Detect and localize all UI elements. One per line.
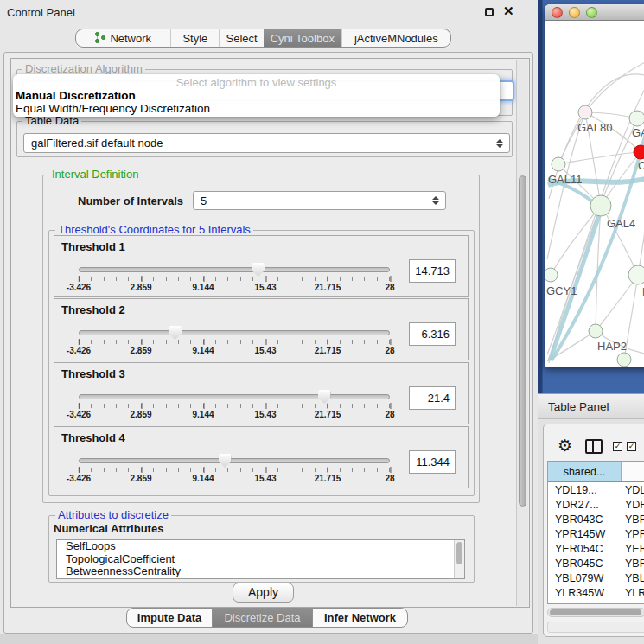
panel-scrollbar[interactable] [516,60,528,606]
table-row[interactable]: YBL079WYBL0 [548,571,644,585]
tab-cyni-toolbox[interactable]: Cyni Toolbox [264,29,341,47]
network-edge[interactable] [585,61,644,112]
attribute-list-item[interactable]: BetweennessCentrality [57,565,464,578]
cell-name[interactable]: YBR0 [622,513,644,526]
network-node-H[interactable] [628,265,644,284]
algorithm-popup-item-equal-width[interactable]: Equal Width/Frequency Discretization [13,102,500,115]
tab-impute-data[interactable]: Impute Data [127,609,212,627]
cell-shared-name[interactable]: YBR045C [548,558,622,570]
network-node-GAL4[interactable] [590,195,611,216]
cell-shared-name[interactable]: YER054C [548,543,622,555]
column-header-shared[interactable]: shared... [548,462,622,481]
table-panel-bar[interactable]: Table Panel [538,393,644,419]
threshold-slider[interactable] [79,392,390,401]
table-row[interactable]: YDR27...YDR2 [548,497,644,512]
cell-name[interactable]: YPR1 [622,528,644,540]
panel-scrollbar-thumb[interactable] [519,175,526,507]
slider-thumb[interactable] [318,390,331,404]
network-edge[interactable] [638,203,644,275]
attribute-list-item[interactable]: SelfLoops [57,540,464,553]
cell-shared-name[interactable]: YBR043C [548,513,622,526]
table-row[interactable]: YPR145WYPR1 [548,526,644,541]
tab-jactivemnodules[interactable]: jActiveMNodules [341,29,450,47]
network-node-HAP2[interactable] [589,324,603,338]
close-icon[interactable]: ✕ [503,3,514,19]
network-node-GAL80[interactable] [578,105,592,119]
split-columns-icon[interactable] [585,439,603,454]
gear-icon[interactable]: ⚙ [558,437,572,454]
cell-name[interactable]: YBL0 [622,572,644,584]
threshold-slider[interactable] [79,456,390,465]
minimize-traffic-light-icon[interactable] [569,7,580,18]
network-node-GCY1[interactable] [545,268,558,282]
network-edge[interactable] [551,206,601,275]
tab-select[interactable]: Select [219,29,264,47]
table-row[interactable]: YLR345WYLR3 [548,585,644,600]
table-row[interactable]: YBR043CYBR0 [548,512,644,526]
node-table[interactable]: shared... n YDL19...YDL1YDR27...YDR2YBR0… [547,461,644,604]
slider-thumb[interactable] [169,326,182,340]
number-of-intervals-combo[interactable]: 5 [193,191,446,210]
table-hscrollbar[interactable] [547,608,644,617]
numerical-attributes-list[interactable]: SelfLoopsTopologicalCoefficientBetweenne… [56,539,465,579]
tick-label: 2.859 [130,346,151,355]
network-node-node-bottom[interactable] [617,353,631,367]
threshold-value[interactable]: 14.713 [409,259,456,283]
float-window-icon[interactable] [485,8,494,16]
close-traffic-light-icon[interactable] [552,7,563,18]
table-row[interactable]: YER054CYER0 [548,541,644,556]
cell-shared-name[interactable]: YDR27... [548,499,622,511]
cell-shared-name[interactable]: YBL079W [548,572,622,584]
threshold-value[interactable]: 6.316 [409,322,456,346]
attribute-list-item[interactable]: TopologicalCoefficient [57,553,464,566]
cell-name[interactable]: YDL1 [622,484,644,496]
algorithm-popup-item-manual[interactable]: Manual Discretization [13,89,500,102]
threshold-value[interactable]: 21.4 [409,386,456,410]
threshold-label: Threshold 1 [61,240,125,253]
table-row[interactable]: YIL052CYIL0 [548,600,644,604]
cell-shared-name[interactable]: YLR345W [548,587,622,599]
threshold-slider[interactable] [79,328,390,337]
cell-shared-name[interactable]: YPR145W [548,528,622,540]
network-canvas[interactable]: GAL80GACGAL11GAL4GCY1HHAP2 [545,21,644,367]
cell-name[interactable]: YLR3 [622,587,644,599]
cell-name[interactable]: YDR2 [622,499,644,511]
slider-thumb[interactable] [252,263,265,277]
attributes-group-title: Attributes to discretize [55,509,171,521]
cell-name[interactable]: YBR0 [622,558,644,570]
tab-infer-network[interactable]: Infer Network [312,609,407,627]
cell-name[interactable]: YIL0 [622,602,644,605]
tab-network[interactable]: Network [76,29,170,47]
cell-name[interactable]: YER0 [622,543,644,555]
checkbox-icon[interactable]: ✓ [613,442,622,451]
network-node-C[interactable] [634,145,644,159]
table-row[interactable]: YDL19...YDL1 [548,482,644,497]
cell-shared-name[interactable]: YIL052C [548,602,622,605]
table-hscrollbar-thumb[interactable] [550,609,641,615]
slider-thumb[interactable] [219,454,232,468]
threshold-slider[interactable] [79,265,390,274]
network-window: GAL80GACGAL11GAL4GCY1HHAP2 [545,4,644,367]
checkbox-icon[interactable]: ✓ [627,442,636,451]
table-row[interactable]: YBR045CYBR0 [548,556,644,571]
table-data-combo[interactable]: galFiltered.sif default node [23,133,510,153]
slider-track[interactable] [79,458,390,463]
stepper-icon [496,139,503,148]
slider-track[interactable] [79,267,390,272]
list-scrollbar[interactable] [454,540,464,578]
threshold-value[interactable]: 11.344 [409,450,456,474]
network-edge[interactable] [596,275,638,331]
network-node-GA[interactable] [629,111,644,126]
slider-track[interactable] [79,394,390,399]
network-window-titlebar[interactable] [545,4,644,21]
apply-button[interactable]: Apply [233,583,294,603]
zoom-traffic-light-icon[interactable] [586,7,597,18]
tab-discretize-data[interactable]: Discretize Data [212,609,312,627]
network-node-GAL11[interactable] [552,157,565,171]
slider-ticks [79,468,390,472]
column-header-name[interactable]: n [622,462,644,481]
cell-shared-name[interactable]: YDL19... [548,484,622,496]
tab-style[interactable]: Style [170,29,219,47]
list-scrollbar-thumb[interactable] [456,542,462,564]
slider-track[interactable] [79,330,390,335]
